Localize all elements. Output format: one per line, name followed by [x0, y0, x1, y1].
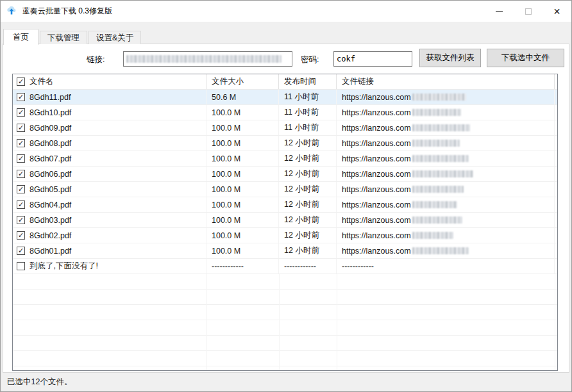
- row-checkbox[interactable]: [17, 93, 25, 101]
- cell-publish-time: 11 小时前: [279, 120, 337, 135]
- cell-publish-time: 12 小时前: [279, 136, 337, 151]
- maximize-button[interactable]: [514, 1, 543, 22]
- column-publish-time[interactable]: 发布时间: [279, 74, 337, 89]
- cell-filename: 到底了,下面没有了!: [13, 259, 206, 274]
- link-redacted-blur: [412, 186, 464, 193]
- column-filelink[interactable]: 文件链接: [337, 74, 555, 89]
- cell-filename: 8Gdh06.pdf: [13, 167, 206, 181]
- table-row[interactable]: 到底了,下面没有了! ------------ ------------ ---…: [13, 259, 557, 274]
- table-row[interactable]: 8Gdh10.pdf 100.0 M 11 小时前 https://lanzou…: [13, 105, 557, 120]
- row-checkbox[interactable]: [17, 139, 25, 147]
- app-cloud-upload-icon: [6, 6, 17, 17]
- table-row[interactable]: 8Gdh02.pdf 100.0 M 12 小时前 https://lanzou…: [13, 228, 557, 243]
- table-row[interactable]: 8Gdh09.pdf 100.0 M 11 小时前 https://lanzou…: [13, 120, 557, 136]
- password-input[interactable]: [333, 51, 412, 67]
- status-text: 已选中12个文件。: [7, 377, 72, 388]
- cell-filesize: 100.0 M: [206, 197, 279, 212]
- column-filename-label: 文件名: [29, 76, 54, 87]
- cell-publish-time: 11 小时前: [279, 105, 337, 120]
- row-checkbox[interactable]: [17, 262, 25, 270]
- table-row[interactable]: 8Gdh05.pdf 100.0 M 12 小时前 https://lanzou…: [13, 182, 557, 197]
- column-filename[interactable]: 文件名: [13, 74, 206, 89]
- table-row[interactable]: 8Gdh01.pdf 100.0 M 12 小时前 https://lanzou…: [13, 243, 557, 259]
- link-text: https://lanzous.com: [342, 247, 411, 256]
- minimize-button[interactable]: [485, 1, 514, 22]
- cell-filesize: 100.0 M: [206, 105, 279, 120]
- table-empty-area: [13, 274, 557, 370]
- link-redacted-blur: [412, 94, 466, 101]
- cell-publish-time: 12 小时前: [279, 167, 337, 181]
- download-selected-button[interactable]: 下载选中文件: [487, 49, 564, 67]
- link-text: https://lanzous.com: [342, 185, 411, 194]
- row-checkbox[interactable]: [17, 108, 25, 117]
- row-checkbox[interactable]: [17, 216, 25, 224]
- cell-slack: [555, 243, 558, 258]
- tab-download-manager[interactable]: 下载管理: [40, 31, 87, 44]
- tab-settings-about[interactable]: 设置&关于: [88, 31, 141, 44]
- row-checkbox[interactable]: [17, 170, 25, 178]
- select-all-checkbox[interactable]: [17, 78, 25, 86]
- row-checkbox[interactable]: [17, 200, 25, 209]
- cell-filesize: 50.6 M: [206, 90, 279, 104]
- link-text: https://lanzous.com: [342, 170, 411, 179]
- table-row[interactable]: 8Gdh03.pdf 100.0 M 12 小时前 https://lanzou…: [13, 213, 557, 228]
- link-redacted-blur: [412, 140, 460, 147]
- cell-filesize: 100.0 M: [206, 182, 279, 197]
- column-filesize[interactable]: 文件大小: [206, 74, 279, 89]
- link-redacted-blur: [412, 109, 461, 116]
- filename-text: 8Gdh02.pdf: [29, 231, 71, 240]
- cell-slack: [555, 182, 558, 197]
- close-button[interactable]: ×: [543, 1, 571, 22]
- cell-filelink: https://lanzous.com: [337, 167, 555, 181]
- cell-slack: [555, 151, 558, 166]
- table-row[interactable]: 8Gdh07.pdf 100.0 M 12 小时前 https://lanzou…: [13, 151, 557, 167]
- cell-slack: [555, 167, 558, 181]
- cell-slack: [555, 136, 558, 151]
- file-table: 文件名 文件大小 发布时间 文件链接 8Gdh11.pdf 50.6 M 11 …: [12, 74, 558, 371]
- cell-filelink: https://lanzous.com: [337, 228, 555, 243]
- cell-filename: 8Gdh04.pdf: [13, 197, 206, 212]
- titlebar: 蓝奏云批量下载 0.3修复版 ×: [1, 1, 571, 22]
- cell-filesize: 100.0 M: [206, 243, 279, 258]
- filename-text: 8Gdh05.pdf: [29, 185, 71, 194]
- cell-filelink: https://lanzous.com: [337, 197, 555, 212]
- link-label: 链接:: [87, 54, 105, 65]
- cell-slack: [555, 228, 558, 243]
- row-checkbox[interactable]: [17, 231, 25, 240]
- close-icon: ×: [553, 6, 560, 17]
- cell-slack: [555, 197, 558, 212]
- link-text: https://lanzous.com: [342, 108, 411, 117]
- cell-filename: 8Gdh08.pdf: [13, 136, 206, 151]
- filename-text: 8Gdh03.pdf: [29, 216, 71, 225]
- link-input[interactable]: [123, 51, 292, 67]
- row-checkbox[interactable]: [17, 185, 25, 193]
- table-row[interactable]: 8Gdh11.pdf 50.6 M 11 小时前 https://lanzous…: [13, 90, 557, 105]
- cell-filelink: https://lanzous.com: [337, 182, 555, 197]
- link-redacted-blur: [126, 55, 282, 63]
- cell-filesize: ------------: [206, 259, 279, 274]
- table-row[interactable]: 8Gdh04.pdf 100.0 M 12 小时前 https://lanzou…: [13, 197, 557, 213]
- get-file-list-button[interactable]: 获取文件列表: [419, 49, 481, 67]
- tab-home[interactable]: 首页: [3, 29, 38, 45]
- table-row[interactable]: 8Gdh06.pdf 100.0 M 12 小时前 https://lanzou…: [13, 167, 557, 182]
- minimize-icon: [496, 11, 503, 12]
- link-redacted-blur: [412, 201, 457, 208]
- cell-slack: [555, 120, 558, 135]
- window-controls: ×: [485, 1, 571, 22]
- cell-slack: [555, 90, 558, 104]
- statusbar: 已选中12个文件。: [1, 373, 571, 391]
- table-body: 8Gdh11.pdf 50.6 M 11 小时前 https://lanzous…: [13, 90, 557, 274]
- cell-publish-time: 12 小时前: [279, 213, 337, 227]
- cell-filesize: 100.0 M: [206, 136, 279, 151]
- row-checkbox[interactable]: [17, 154, 25, 163]
- row-checkbox[interactable]: [17, 124, 25, 132]
- cell-filesize: 100.0 M: [206, 151, 279, 166]
- cell-filename: 8Gdh02.pdf: [13, 228, 206, 243]
- filename-text: 8Gdh04.pdf: [29, 200, 71, 209]
- table-row[interactable]: 8Gdh08.pdf 100.0 M 12 小时前 https://lanzou…: [13, 136, 557, 151]
- cell-filesize: 100.0 M: [206, 213, 279, 227]
- row-checkbox[interactable]: [17, 247, 25, 255]
- filename-text: 8Gdh09.pdf: [29, 124, 71, 133]
- cell-filelink: ------------: [337, 259, 555, 274]
- cell-filelink: https://lanzous.com: [337, 90, 555, 104]
